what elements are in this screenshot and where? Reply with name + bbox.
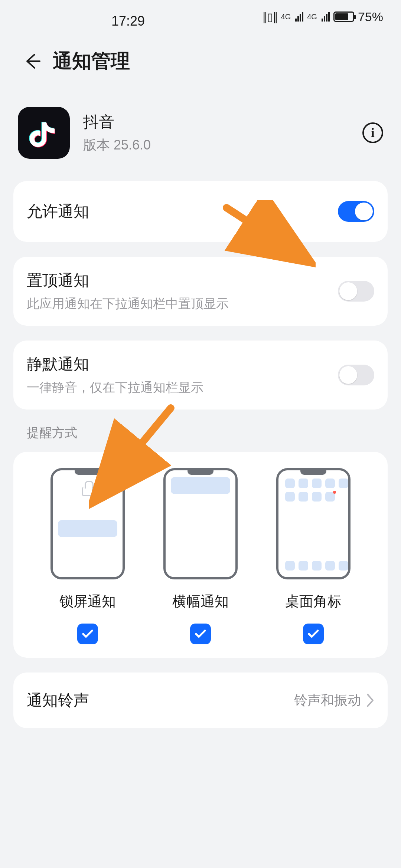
pin-notifications-sub: 此应用通知在下拉通知栏中置顶显示 <box>27 295 338 312</box>
pin-notifications-label: 置顶通知 <box>27 270 338 291</box>
ringtone-label: 通知铃声 <box>27 690 294 711</box>
signal-2-icon <box>322 12 330 22</box>
method-banner-label: 横幅通知 <box>172 592 229 611</box>
pin-notifications-card: 置顶通知 此应用通知在下拉通知栏中置顶显示 <box>13 257 388 326</box>
ringtone-card: 通知铃声 铃声和振动 <box>13 673 388 728</box>
allow-notifications-row[interactable]: 允许通知 <box>27 181 374 242</box>
check-icon <box>81 627 94 641</box>
check-icon <box>194 627 207 641</box>
arrow-left-icon <box>23 52 41 70</box>
battery-icon <box>333 11 354 22</box>
status-time: 17:29 <box>111 13 145 29</box>
method-badge-label: 桌面角标 <box>285 592 342 611</box>
method-lockscreen[interactable]: 锁屏通知 <box>36 468 140 644</box>
pin-notifications-toggle[interactable] <box>338 281 374 302</box>
ringtone-row[interactable]: 通知铃声 铃声和振动 <box>27 673 374 728</box>
allow-notifications-toggle[interactable] <box>338 201 374 222</box>
banner-preview-icon <box>163 468 238 579</box>
allow-notifications-card: 允许通知 <box>13 181 388 242</box>
silent-notifications-label: 静默通知 <box>27 354 338 375</box>
badge-preview-icon <box>276 468 351 579</box>
lockscreen-preview-icon <box>50 468 125 579</box>
method-banner[interactable]: 横幅通知 <box>149 468 252 644</box>
method-lockscreen-label: 锁屏通知 <box>59 592 116 611</box>
signal-1-icon <box>295 12 303 22</box>
method-banner-checkbox[interactable] <box>190 624 211 644</box>
header: 通知管理 <box>0 33 401 92</box>
signal-2-label: 4G <box>307 13 317 20</box>
back-button[interactable] <box>22 51 42 71</box>
status-bar: 17:29 ∥▯∥ 4G 4G 75% <box>0 0 401 33</box>
silent-notifications-row[interactable]: 静默通知 一律静音，仅在下拉通知栏显示 <box>27 341 374 410</box>
info-icon: i <box>371 126 374 140</box>
silent-notifications-card: 静默通知 一律静音，仅在下拉通知栏显示 <box>13 341 388 410</box>
method-badge[interactable]: 桌面角标 <box>261 468 365 644</box>
app-name: 抖音 <box>83 112 151 132</box>
app-info-button[interactable]: i <box>362 122 383 143</box>
reminder-methods-card: 锁屏通知 横幅通知 <box>13 452 388 658</box>
ringtone-value: 铃声和振动 <box>294 691 361 710</box>
check-icon <box>307 627 320 641</box>
app-icon <box>18 107 70 159</box>
allow-notifications-label: 允许通知 <box>27 201 338 222</box>
pin-notifications-row[interactable]: 置顶通知 此应用通知在下拉通知栏中置顶显示 <box>27 257 374 326</box>
signal-1-label: 4G <box>281 13 291 20</box>
douyin-icon <box>27 116 61 150</box>
method-lockscreen-checkbox[interactable] <box>77 624 98 644</box>
battery-percent: 75% <box>358 10 383 24</box>
app-info-row: 抖音 版本 25.6.0 i <box>0 92 401 181</box>
page-title: 通知管理 <box>53 48 130 74</box>
reminder-methods-label: 提醒方式 <box>27 424 374 441</box>
vibrate-icon: ∥▯∥ <box>262 10 277 23</box>
silent-notifications-toggle[interactable] <box>338 365 374 385</box>
chevron-right-icon <box>365 693 374 708</box>
silent-notifications-sub: 一律静音，仅在下拉通知栏显示 <box>27 379 338 396</box>
method-badge-checkbox[interactable] <box>303 624 324 644</box>
app-version: 版本 25.6.0 <box>83 136 151 154</box>
